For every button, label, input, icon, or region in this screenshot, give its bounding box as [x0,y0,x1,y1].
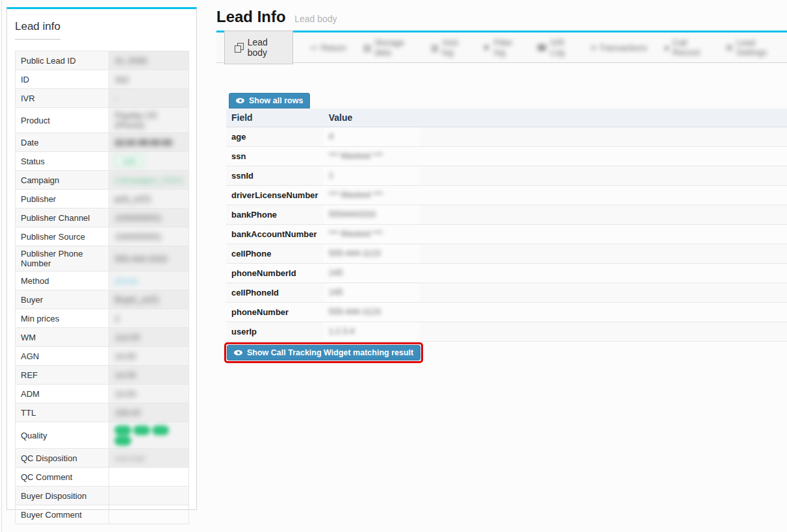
column-header-field: Field [226,108,324,127]
field-value: Payday US (Phone) [109,108,189,133]
field-value: 14.00 [109,347,189,366]
tab-label: Storage data [374,38,414,57]
field-value: 2 [109,309,189,328]
return-icon: ↩ [311,43,318,53]
field-label: ID [16,70,109,89]
field-label: IVR [16,89,109,108]
lead-body-table: Field Value age4ssn*** Masked ***ssnId1d… [226,108,787,342]
redacted-value-strip: 1 [324,166,420,185]
field-name-cell: driverLicenseNumber [226,186,324,205]
table-header-row: Field Value [226,108,787,127]
table-row: BuyerBuyer_xx01 [16,290,189,309]
field-value-text: 2 [114,314,119,323]
tab-call-record[interactable]: ●Call Record [664,38,709,57]
table-row: ADM14.00 [16,385,189,403]
field-label: Product [16,108,109,133]
field-value: 14.00 [109,385,189,403]
table-row: cellPhoneId145 [226,283,787,303]
field-value-text: 22.03 09:00:00 [114,138,172,147]
field-value: XL-2049 [109,51,189,70]
field-value: 1000000001 [109,227,189,246]
field-value: 22.03 09:00:00 [109,133,189,152]
quality-pill [152,425,169,435]
eye-icon [234,348,243,357]
field-value: Campaigns_US#1 [109,171,189,190]
page-header: Lead Info Lead body [216,8,337,26]
field-value-cell: 555-444-1123 [324,244,787,264]
tab-visit-log[interactable]: ▥Visit log [431,38,465,57]
quality-pill [114,436,131,446]
field-value-text: *** Masked *** [329,151,383,160]
tab-return[interactable]: ↩Return [311,43,346,53]
field-value-text: 4 [329,131,333,141]
field-value-text: *** Masked *** [329,229,383,238]
field-label: Publisher Phone Number [16,246,109,272]
tab-lead-settings[interactable]: ⚙Lead Settings [725,38,779,57]
quality-pill [133,425,150,435]
redacted-value-strip: 145 [324,283,420,302]
field-value-link[interactable]: Buyer_xx01 [114,294,159,305]
storage-icon: ▤ [363,43,371,53]
field-value-text: 145 [329,268,343,277]
field-value-link[interactable]: pub_xx01 [114,194,151,204]
field-value-text: 555-444-1123 [329,307,381,316]
tab-storage-data[interactable]: ▤Storage data [363,38,414,57]
field-label: AGN [16,347,109,366]
settings-icon: ⚙ [725,43,733,53]
eye-icon [236,96,245,105]
table-row: Methodphone [16,272,189,290]
table-row: bankAccountNumber*** Masked *** [226,225,787,244]
field-value-cell: 145 [324,283,787,303]
page-title: Lead Info [216,8,286,25]
field-value-text: 156.00 [114,408,140,418]
tab-ivr-log[interactable]: ☎IVR Log [537,38,574,57]
field-name-cell: phoneNumber [226,303,324,322]
show-call-tracking-widget-button[interactable]: Show Call Tracking Widget matching resul… [227,345,420,361]
field-value-text: - [114,94,117,103]
table-row: driverLicenseNumber*** Masked *** [226,186,787,205]
field-value-cell: 5554443333 [324,205,787,225]
redacted-value-strip: *** Masked *** [324,186,420,205]
filter-log-icon: ▼ [482,43,491,53]
tab-transactions[interactable]: ≡Transactions [591,43,647,53]
field-value: pub_xx01 [109,190,189,209]
page-left-divider [1,0,2,532]
field-value-cell: 1 [324,166,787,186]
tab-label: Return [321,43,346,53]
field-value-cell: 145 [324,264,787,283]
table-row: Publisher Channel1000000001 [16,209,189,227]
field-label: Publisher Source [16,227,109,246]
field-value-text: 14.00 [114,370,136,380]
field-value-text: 1000000001 [114,232,161,242]
field-value-text: XL-2049 [114,56,146,66]
table-row: ssnId1 [226,166,787,186]
field-label: ADM [16,385,109,403]
field-value-text: real lead [114,454,144,463]
field-label: Status [16,152,109,171]
lead-info-table: Public Lead IDXL-2049ID342IVR-ProductPay… [15,51,189,524]
tab-filter-log[interactable]: ▼Filter log [482,38,519,57]
field-name-cell: cellPhoneId [226,283,324,303]
field-value: 114.00 [109,328,189,347]
field-label: Quality [16,422,109,449]
field-value-text: 114.00 [114,333,140,342]
field-value-link[interactable]: Campaigns_US#1 [114,175,183,185]
field-value-text: 5554443333 [329,209,376,219]
show-call-tracking-widget-label: Show Call Tracking Widget matching resul… [247,348,413,357]
field-value: Buyer_xx01 [109,290,189,309]
show-all-rows-button[interactable]: Show all rows [229,93,310,108]
tab-label: Visit log [442,38,465,57]
field-label: REF [16,366,109,385]
field-value: phone [109,272,189,290]
field-value: 156.00 [109,403,189,422]
field-value: 14.00 [109,366,189,385]
field-name-cell: bankAccountNumber [226,225,324,244]
table-row: AGN14.00 [16,347,189,366]
tab-lead-body[interactable]: Lead body [224,31,293,64]
table-row: Publisher Phone Number555-444-3333 [16,246,189,272]
tab-label: Filter log [494,38,520,57]
tab-label: Lead body [248,37,283,58]
field-value [109,487,189,505]
tab-label: Lead Settings [736,38,779,57]
table-row: ID342 [16,70,189,89]
